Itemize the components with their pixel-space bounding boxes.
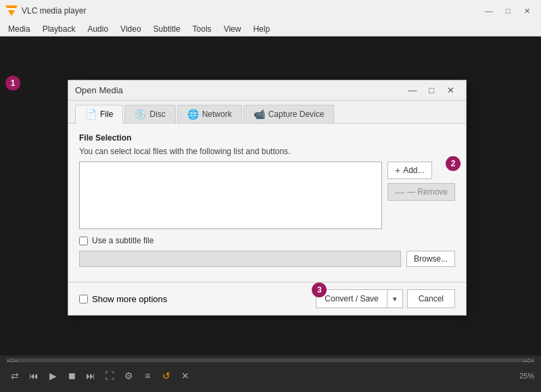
file-list-box[interactable] — [79, 162, 382, 229]
tab-file-label: File — [100, 109, 113, 119]
remove-file-button[interactable]: — — Remove — [387, 183, 455, 201]
show-more-checkbox[interactable] — [79, 295, 88, 303]
dialog-minimize-button[interactable]: — — [404, 84, 421, 97]
remove-button-label: — Remove — [407, 187, 448, 197]
subtitle-checkbox[interactable] — [79, 237, 88, 245]
badge-2: 2 — [446, 156, 461, 171]
dialog-maximize-button[interactable]: □ — [423, 84, 440, 97]
file-list-buttons: 2 + Add... — — Remove — [387, 162, 455, 229]
tab-file[interactable]: 📄 File — [75, 105, 123, 124]
dialog-tabs: 📄 File 💿 Disc 🌐 Network 📹 Capture Device — [68, 101, 466, 124]
dialog-overlay: Open Media — □ ✕ 📄 File 💿 Disc 🌐 — [0, 73, 541, 392]
random-button[interactable]: ✕ — [177, 368, 193, 384]
dialog-titlebar: Open Media — □ ✕ — [68, 80, 466, 101]
file-selection-title: File Selection — [79, 133, 455, 143]
play-button[interactable]: ▶ — [45, 368, 61, 384]
show-more-row: Show more options — [79, 294, 316, 304]
volume-label: 25% — [519, 372, 534, 380]
vlc-titlebar: VLC media player — □ ✕ — [0, 0, 541, 22]
app-title: VLC media player — [22, 6, 86, 16]
vlc-logo — [5, 5, 18, 17]
plus-icon: + — [395, 165, 400, 176]
playlist-button[interactable]: ≡ — [139, 368, 156, 384]
network-tab-icon: 🌐 — [187, 109, 199, 120]
add-button-label: Add... — [403, 166, 424, 175]
footer-buttons: 3 Convert / Save ▼ Cancel — [316, 289, 455, 308]
convert-button-wrapper: 3 Convert / Save ▼ — [316, 289, 402, 308]
vlc-stripe — [7, 8, 16, 10]
dash-icon: — — [395, 187, 404, 197]
add-button-wrapper: 2 + Add... — [387, 162, 455, 179]
subtitle-file-input[interactable] — [79, 251, 401, 267]
dialog-title: Open Media — [75, 85, 404, 95]
convert-save-group: Convert / Save ▼ — [316, 289, 402, 308]
file-list-row: 2 + Add... — — Remove — [79, 162, 455, 229]
tab-disc-label: Disc — [149, 109, 165, 119]
window-controls: — □ ✕ — [480, 4, 536, 18]
dialog-close-button[interactable]: ✕ — [442, 84, 459, 97]
menu-tools[interactable]: Tools — [187, 23, 217, 35]
prev-frame-button[interactable]: ⏮ — [26, 368, 42, 384]
player-area: 1 Open Media — □ ✕ 📄 File 💿 — [0, 36, 541, 392]
menu-media[interactable]: Media — [3, 23, 36, 35]
stop-button[interactable]: ⏹ — [64, 368, 80, 384]
tab-capture[interactable]: 📹 Capture Device — [243, 105, 335, 123]
next-frame-button[interactable]: ⏭ — [83, 368, 99, 384]
tab-network[interactable]: 🌐 Network — [177, 105, 242, 123]
menu-bar: Media Playback Audio Video Subtitle Tool… — [0, 22, 541, 36]
minimize-button[interactable]: — — [480, 4, 498, 18]
dialog-footer: Show more options 3 Convert / Save ▼ Can… — [68, 282, 466, 315]
tab-disc[interactable]: 💿 Disc — [124, 105, 175, 123]
menu-subtitle[interactable]: Subtitle — [148, 23, 186, 35]
menu-playback[interactable]: Playback — [37, 23, 81, 35]
fullscreen-button[interactable]: ⛶ — [101, 368, 118, 384]
tab-capture-label: Capture Device — [268, 109, 325, 119]
menu-view[interactable]: View — [218, 23, 247, 35]
subtitle-row: Use a subtitle file — [79, 236, 455, 245]
disc-tab-icon: 💿 — [135, 109, 146, 120]
tab-network-label: Network — [202, 109, 232, 119]
file-selection-desc: You can select local files with the foll… — [79, 147, 455, 156]
close-button[interactable]: ✕ — [518, 4, 536, 18]
dialog-body: File Selection You can select local file… — [68, 124, 466, 282]
controls-bar: ⇄ ⏮ ▶ ⏹ ⏭ ⛶ ⚙ ≡ ↺ ✕ 25% — [0, 365, 541, 387]
cancel-button[interactable]: Cancel — [407, 289, 455, 308]
subtitle-checkbox-label: Use a subtitle file — [92, 236, 154, 245]
loop-button[interactable]: ↺ — [158, 368, 174, 384]
show-more-label: Show more options — [92, 294, 167, 304]
menu-help[interactable]: Help — [248, 23, 275, 35]
convert-save-button[interactable]: Convert / Save — [316, 289, 387, 308]
menu-video[interactable]: Video — [115, 23, 146, 35]
shuffle-button[interactable]: ⇄ — [7, 368, 23, 384]
time-right: --:-- — [523, 357, 534, 364]
progress-bar[interactable]: --:-- --:-- — [7, 358, 534, 362]
time-left: --:-- — [7, 357, 18, 364]
vlc-cone — [5, 5, 18, 16]
add-file-button[interactable]: + Add... — [387, 162, 432, 179]
maximize-button[interactable]: □ — [499, 4, 517, 18]
badge-1: 1 — [5, 76, 20, 91]
convert-save-arrow[interactable]: ▼ — [387, 289, 403, 308]
file-tab-icon: 📄 — [85, 109, 97, 120]
vlc-controls: --:-- --:-- ⇄ ⏮ ▶ ⏹ ⏭ ⛶ ⚙ ≡ ↺ ✕ 25% — [0, 356, 541, 392]
subtitle-input-row: Browse... — [79, 251, 455, 267]
dialog-win-controls: — □ ✕ — [404, 84, 459, 97]
open-media-dialog: Open Media — □ ✕ 📄 File 💿 Disc 🌐 — [68, 80, 467, 316]
browse-button[interactable]: Browse... — [406, 251, 455, 267]
capture-tab-icon: 📹 — [254, 109, 265, 120]
menu-audio[interactable]: Audio — [82, 23, 114, 35]
ext-settings-button[interactable]: ⚙ — [120, 368, 137, 384]
subtitle-checkbox-item: Use a subtitle file — [79, 236, 154, 245]
